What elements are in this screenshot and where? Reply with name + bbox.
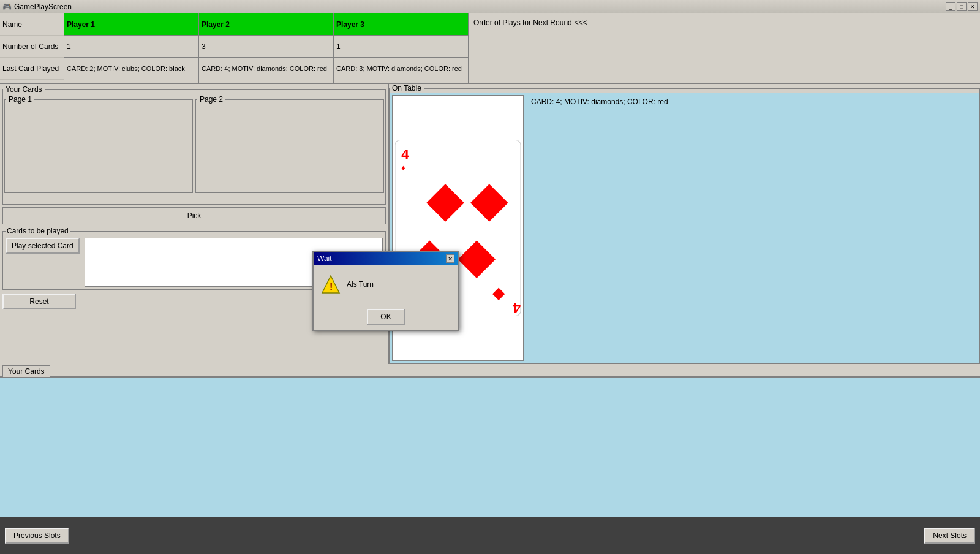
title-bar-left: 🎮 GamePlayScreen [2, 2, 72, 11]
dialog-title-bar: Wait ✕ [314, 252, 458, 265]
player3-column: Player 3 1 CARD: 3; MOTIV: diamonds; COL… [334, 13, 469, 83]
main-window: Name Number of Cards Last Card Played Pl… [0, 13, 980, 554]
card-info-text: CARD: 4; MOTIV: diamonds; COLOR: red [531, 97, 668, 106]
player1-num-cards: 1 [64, 36, 198, 58]
player2-column: Player 2 3 CARD: 4; MOTIV: diamonds; COL… [199, 13, 334, 83]
player2-name: Player 2 [199, 13, 333, 36]
player3-last-card: CARD: 3; MOTIV: diamonds; COLOR: red [334, 58, 468, 80]
restore-button[interactable]: □ [957, 2, 967, 11]
player1-last-card: CARD: 2; MOTIV: clubs; COLOR: black [64, 58, 198, 80]
card-info-panel: CARD: 4; MOTIV: diamonds; COLOR: red [526, 93, 979, 363]
player2-num-cards: 3 [199, 36, 333, 58]
dialog-footer: OK [314, 304, 458, 330]
app-icon: 🎮 [2, 2, 12, 11]
svg-text:!: ! [330, 282, 333, 292]
on-table-fieldset: On Table 4 ♦ [389, 84, 980, 364]
play-selected-card-button[interactable]: Play selected Card [6, 238, 80, 254]
page1-fieldset: Page 1 [4, 95, 193, 193]
player1-name: Player 1 [64, 13, 198, 36]
dialog-message: Als Turn [347, 280, 374, 289]
previous-slots-button[interactable]: Previous Slots [5, 528, 69, 544]
page1-legend: Page 1 [6, 95, 34, 104]
order-arrows: <<< [575, 18, 587, 27]
next-slots-button[interactable]: Next Slots [924, 528, 975, 544]
reset-button[interactable]: Reset [2, 294, 76, 309]
warning-icon: ! [321, 275, 341, 294]
player2-last-card: CARD: 4; MOTIV: diamonds; COLOR: red [199, 58, 333, 80]
pick-label: Pick [187, 211, 202, 220]
player3-num-cards: 1 [334, 36, 468, 58]
ok-button[interactable]: OK [367, 309, 404, 325]
last-card-label: Last Card Played [0, 58, 64, 80]
player1-column: Player 1 1 CARD: 2; MOTIV: clubs; COLOR:… [64, 13, 199, 83]
title-bar: 🎮 GamePlayScreen _ □ ✕ [0, 0, 980, 13]
page2-legend: Page 2 [197, 95, 225, 104]
svg-text:♦: ♦ [401, 164, 405, 172]
cards-to-be-played-legend: Cards to be played [6, 227, 70, 235]
order-section: Order of Plays for Next Round <<< [469, 13, 980, 83]
bottom-tab[interactable]: Your Cards [2, 365, 50, 377]
dialog-title: Wait [317, 254, 332, 263]
middle-area: Your Cards Page 1 Page 2 Pick Cards to b… [0, 84, 980, 364]
dialog-close-button[interactable]: ✕ [446, 254, 454, 263]
player-labels-column: Name Number of Cards Last Card Played [0, 13, 64, 83]
page2-fieldset: Page 2 [195, 95, 384, 193]
your-cards-fieldset: Your Cards Page 1 Page 2 [2, 85, 386, 205]
on-table-inner: 4 ♦ 4 [390, 93, 979, 363]
on-table-legend: On Table [390, 84, 424, 93]
dialog-content: ! Als Turn [314, 265, 458, 304]
name-label: Name [0, 13, 64, 36]
dialog-box: Wait ✕ ! Als Turn OK [312, 251, 459, 331]
bottom-cards-area [0, 378, 980, 517]
player-row: Name Number of Cards Last Card Played Pl… [0, 13, 980, 84]
num-cards-label: Number of Cards [0, 36, 64, 58]
minimize-button[interactable]: _ [946, 2, 956, 11]
player3-name: Player 3 [334, 13, 468, 36]
right-panel: On Table 4 ♦ [389, 84, 980, 364]
window-title: GamePlayScreen [14, 2, 72, 11]
your-cards-legend: Your Cards [3, 85, 45, 94]
title-bar-controls[interactable]: _ □ ✕ [946, 2, 978, 11]
pages-container: Page 1 Page 2 [3, 94, 385, 204]
svg-text:4: 4 [401, 146, 409, 162]
bottom-bar: Previous Slots Next Slots [0, 517, 980, 554]
bottom-your-cards-panel: Your Cards [0, 376, 980, 517]
svg-text:4: 4 [513, 300, 521, 316]
order-label: Order of Plays for Next Round [473, 18, 572, 27]
close-button[interactable]: ✕ [968, 2, 978, 11]
pick-bar: Pick [2, 207, 386, 224]
